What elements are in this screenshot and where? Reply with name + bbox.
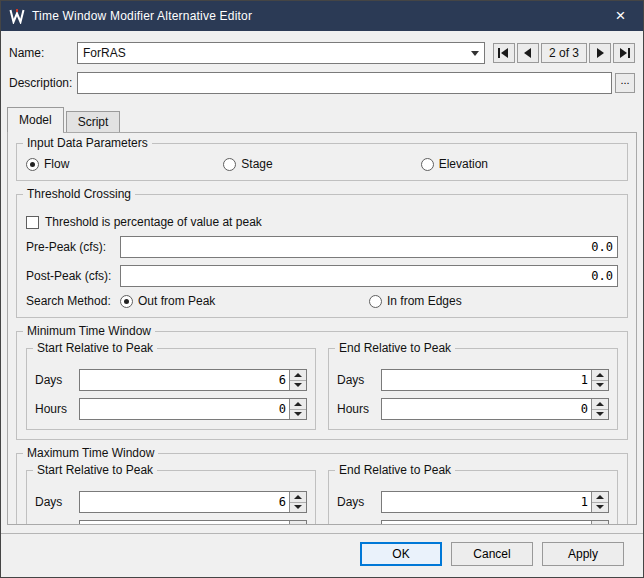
previous-record-button[interactable] <box>517 43 539 63</box>
minimum-end-days-label: Days <box>337 373 381 387</box>
maximum-start-subgroup: Start Relative to Peak Days Hours <box>26 470 316 525</box>
radio-in-from-edges[interactable]: In from Edges <box>369 294 618 308</box>
input-data-parameters-group: Input Data Parameters Flow Stage Elevati… <box>16 143 628 181</box>
spin-up-icon[interactable] <box>290 399 306 409</box>
title-bar[interactable]: Time Window Modifier Alternative Editor … <box>1 1 643 31</box>
radio-elevation[interactable]: Elevation <box>421 157 618 171</box>
maximum-start-hours-row: Hours <box>35 520 307 525</box>
window-title: Time Window Modifier Alternative Editor <box>32 9 591 23</box>
minimum-end-subgroup: End Relative to Peak Days Hours <box>328 348 618 430</box>
maximum-start-days-spin-buttons <box>289 492 306 512</box>
radio-stage-icon[interactable] <box>223 158 236 171</box>
minimum-end-hours-spinner[interactable] <box>381 398 609 420</box>
post-peak-input[interactable] <box>120 265 618 287</box>
minimum-start-days-label: Days <box>35 373 79 387</box>
maximum-end-hours-row: Hours <box>337 520 609 525</box>
minimum-time-window-group: Minimum Time Window Start Relative to Pe… <box>16 331 628 440</box>
cancel-button[interactable]: Cancel <box>451 542 533 566</box>
input-data-parameters-title: Input Data Parameters <box>23 136 152 150</box>
minimum-start-hours-spinner[interactable] <box>79 398 307 420</box>
spin-down-icon[interactable] <box>592 409 608 420</box>
radio-elevation-icon[interactable] <box>421 158 434 171</box>
maximum-start-hours-input[interactable] <box>80 521 289 525</box>
spin-up-icon[interactable] <box>592 370 608 380</box>
spin-up-icon[interactable] <box>290 492 306 502</box>
radio-out-from-peak[interactable]: Out from Peak <box>120 294 369 308</box>
spin-down-icon[interactable] <box>592 502 608 513</box>
maximum-start-days-spinner[interactable] <box>79 491 307 513</box>
time-window-modifier-dialog: Time Window Modifier Alternative Editor … <box>0 0 644 578</box>
maximum-start-days-input[interactable] <box>80 492 289 512</box>
minimum-end-days-input[interactable] <box>382 370 591 390</box>
minimum-start-hours-label: Hours <box>35 402 79 416</box>
spin-down-icon[interactable] <box>290 380 306 391</box>
maximum-start-days-row: Days <box>35 491 307 513</box>
name-label: Name: <box>9 46 77 60</box>
minimum-start-title: Start Relative to Peak <box>33 341 157 355</box>
minimum-end-hours-spin-buttons <box>591 399 608 419</box>
pre-peak-input[interactable] <box>120 236 618 258</box>
previous-record-icon <box>523 48 532 58</box>
minimum-start-hours-row: Hours <box>35 398 307 420</box>
maximum-end-days-input[interactable] <box>382 492 591 512</box>
ok-button[interactable]: OK <box>360 542 442 566</box>
radio-flow[interactable]: Flow <box>26 157 223 171</box>
apply-button[interactable]: Apply <box>542 542 624 566</box>
spin-up-icon[interactable] <box>592 492 608 502</box>
spin-up-icon[interactable] <box>290 370 306 380</box>
minimum-start-hours-input[interactable] <box>80 399 289 419</box>
spin-down-icon[interactable] <box>290 409 306 420</box>
radio-elevation-label: Elevation <box>439 157 488 171</box>
record-counter: 2 of 3 <box>541 43 587 63</box>
threshold-crossing-title: Threshold Crossing <box>23 187 135 201</box>
maximum-end-days-spinner[interactable] <box>381 491 609 513</box>
first-record-icon <box>498 48 509 58</box>
radio-flow-icon[interactable] <box>26 158 39 171</box>
radio-flow-label: Flow <box>44 157 69 171</box>
spin-down-icon[interactable] <box>592 380 608 391</box>
spin-up-icon[interactable] <box>592 399 608 409</box>
description-row: Description: ... <box>1 72 643 94</box>
radio-out-from-peak-label: Out from Peak <box>138 294 215 308</box>
radio-stage[interactable]: Stage <box>223 157 420 171</box>
spin-up-icon[interactable] <box>290 521 306 525</box>
spin-up-icon[interactable] <box>592 521 608 525</box>
maximum-end-hours-label: Hours <box>337 524 381 525</box>
chevron-down-icon[interactable] <box>466 51 484 56</box>
minimum-start-days-spinner[interactable] <box>79 369 307 391</box>
spin-down-icon[interactable] <box>290 502 306 513</box>
minimum-end-days-spinner[interactable] <box>381 369 609 391</box>
minimum-start-days-input[interactable] <box>80 370 289 390</box>
maximum-end-subgroup: End Relative to Peak Days Hours <box>328 470 618 525</box>
description-browse-button[interactable]: ... <box>615 73 635 93</box>
minimum-end-title: End Relative to Peak <box>335 341 455 355</box>
maximum-start-hours-spinner[interactable] <box>79 520 307 525</box>
radio-stage-label: Stage <box>241 157 272 171</box>
minimum-start-subgroup: Start Relative to Peak Days Hours <box>26 348 316 430</box>
minimum-time-window-title: Minimum Time Window <box>23 324 155 338</box>
last-record-icon <box>619 48 630 58</box>
maximum-end-hours-spinner[interactable] <box>381 520 609 525</box>
name-combobox[interactable]: ForRAS <box>77 42 485 64</box>
maximum-end-hours-input[interactable] <box>382 521 591 525</box>
tab-model[interactable]: Model <box>7 107 64 132</box>
minimum-end-days-row: Days <box>337 369 609 391</box>
radio-in-from-edges-label: In from Edges <box>387 294 462 308</box>
next-record-button[interactable] <box>589 43 611 63</box>
maximum-time-window-group: Maximum Time Window Start Relative to Pe… <box>16 453 628 525</box>
close-icon[interactable]: × <box>598 1 643 31</box>
minimum-end-hours-input[interactable] <box>382 399 591 419</box>
maximum-time-window-columns: Start Relative to Peak Days Hours <box>26 470 618 525</box>
maximum-end-title: End Relative to Peak <box>335 463 455 477</box>
radio-in-from-edges-icon[interactable] <box>369 295 382 308</box>
threshold-percentage-checkbox[interactable] <box>26 216 39 229</box>
footer-button-bar: OK Cancel Apply <box>1 533 643 577</box>
tab-script[interactable]: Script <box>66 111 121 132</box>
radio-out-from-peak-icon[interactable] <box>120 295 133 308</box>
description-input[interactable] <box>77 72 612 94</box>
last-record-button[interactable] <box>613 43 635 63</box>
minimum-start-days-row: Days <box>35 369 307 391</box>
threshold-percentage-row: Threshold is percentage of value at peak <box>26 215 618 229</box>
first-record-button[interactable] <box>493 43 515 63</box>
description-label: Description: <box>9 76 77 90</box>
